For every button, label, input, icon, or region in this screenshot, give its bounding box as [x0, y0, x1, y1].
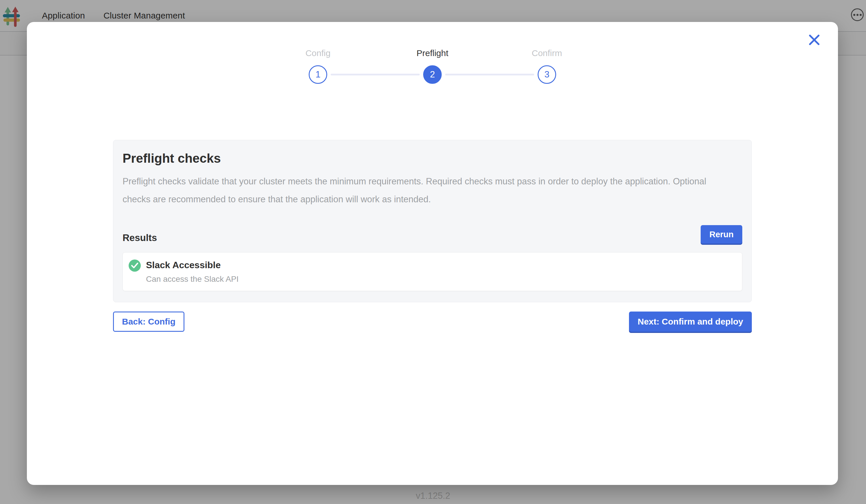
card-title: Preflight checks	[123, 150, 742, 166]
results-bar: Results Rerun	[123, 225, 742, 244]
check-pass-icon	[129, 259, 141, 272]
step-label-preflight: Preflight	[417, 47, 448, 59]
preflight-modal: Config Preflight Confirm 1 2 3 Preflight…	[27, 22, 838, 485]
modal-actions: Back: Config Next: Confirm and deploy	[113, 312, 752, 332]
result-texts: Slack Accessible Can access the Slack AP…	[146, 259, 239, 284]
card-description: Preflight checks validate that your clus…	[123, 172, 732, 208]
back-button[interactable]: Back: Config	[113, 312, 185, 332]
step-label-confirm: Confirm	[532, 47, 562, 59]
step-circle-2[interactable]: 2	[423, 65, 442, 84]
results-heading: Results	[123, 232, 157, 244]
result-detail: Can access the Slack API	[146, 275, 239, 284]
step-circle-3[interactable]: 3	[537, 65, 556, 84]
step-label-config: Config	[306, 47, 331, 59]
result-title: Slack Accessible	[146, 259, 239, 271]
next-button[interactable]: Next: Confirm and deploy	[629, 312, 752, 332]
preflight-card: Preflight checks Preflight checks valida…	[113, 140, 752, 302]
close-icon[interactable]	[807, 32, 822, 47]
stepper: Config Preflight Confirm 1 2 3	[309, 47, 556, 84]
stepper-connector	[445, 74, 534, 76]
stepper-connector	[331, 74, 420, 76]
rerun-button[interactable]: Rerun	[701, 225, 742, 244]
result-row: Slack Accessible Can access the Slack AP…	[123, 252, 742, 291]
step-circle-1[interactable]: 1	[309, 65, 327, 84]
stepper-circles: 1 2 3	[309, 65, 556, 84]
